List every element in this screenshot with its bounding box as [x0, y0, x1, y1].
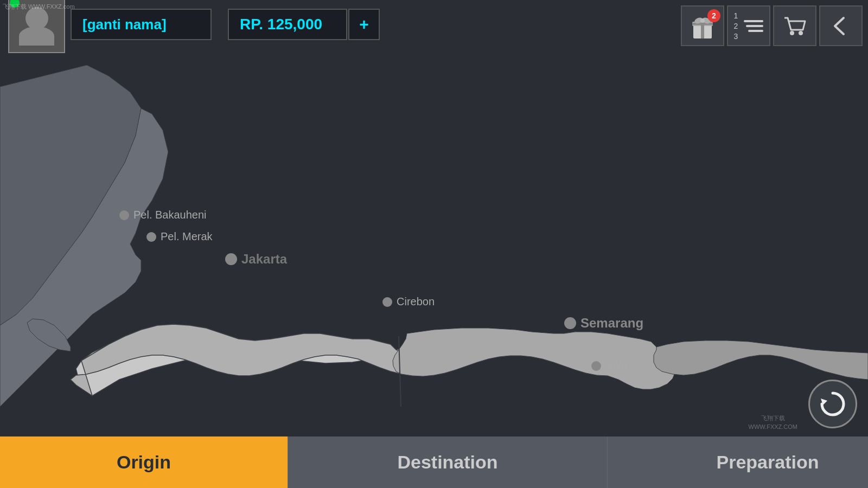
city-dot [146, 232, 156, 242]
back-arrow-icon [828, 14, 853, 38]
back-button[interactable] [819, 5, 863, 46]
city-pel-bakauheni[interactable]: Pel. Bakauheni [119, 209, 207, 221]
watermark-bottom-right: 飞翔下载 WWW.FXXZ.COM [749, 414, 797, 431]
svg-point-11 [799, 31, 803, 35]
watermark-top-left: 飞翔下载 WWW.FXXZ.com [3, 3, 75, 11]
menu-numbers: 1 2 3 [734, 11, 738, 41]
city-dot-large [564, 317, 576, 329]
menu-line-3 [748, 30, 763, 32]
cart-button[interactable] [773, 5, 816, 46]
origin-button[interactable]: Origin [0, 436, 288, 488]
city-solo[interactable]: Solo [591, 359, 627, 372]
refresh-button[interactable] [808, 380, 857, 428]
top-right-toolbar: 2 1 2 3 [681, 5, 863, 46]
hamburger-icon [744, 20, 763, 32]
cart-icon [782, 14, 807, 38]
city-dot [382, 297, 392, 307]
player-name-display[interactable]: [ganti nama] [71, 9, 212, 40]
bottom-bar: Origin Destination Preparation [0, 436, 868, 488]
add-money-button[interactable]: + [348, 9, 380, 40]
notification-badge: 2 [707, 9, 720, 22]
svg-point-10 [790, 31, 794, 35]
city-dot-large [225, 253, 237, 265]
destination-button[interactable]: Destination [288, 436, 608, 488]
map-svg [0, 0, 868, 488]
svg-rect-6 [692, 23, 713, 25]
city-dot [591, 361, 601, 371]
money-container: RP. 125,000 + [228, 9, 380, 40]
gift-button[interactable]: 2 [681, 5, 724, 46]
menu-button[interactable]: 1 2 3 [727, 5, 770, 46]
city-dot [119, 210, 129, 220]
city-pel-merak[interactable]: Pel. Merak [146, 230, 213, 243]
menu-line-2 [746, 25, 763, 27]
city-jakarta[interactable]: Jakarta [225, 252, 287, 267]
money-display: RP. 125,000 [228, 9, 347, 40]
refresh-icon [818, 389, 848, 419]
preparation-button[interactable]: Preparation [608, 436, 868, 488]
city-semarang[interactable]: Semarang [564, 316, 643, 331]
city-cirebon[interactable]: Cirebon [382, 296, 435, 308]
map-container: Pel. Bakauheni Pel. Merak Jakarta Cirebo… [0, 0, 868, 488]
menu-line-1 [744, 20, 763, 22]
svg-point-9 [700, 18, 705, 23]
